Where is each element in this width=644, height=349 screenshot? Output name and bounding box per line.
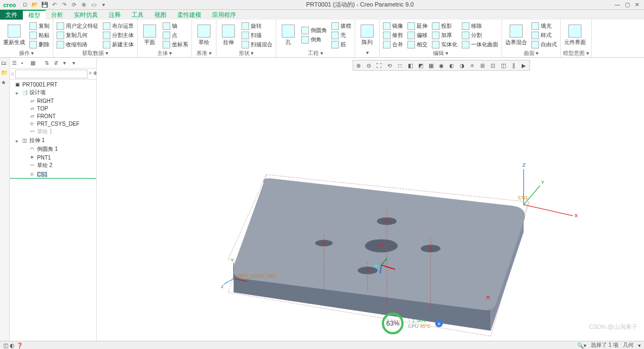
ribbon-big-边界混合[interactable]: 边界混合 xyxy=(504,21,528,50)
ribbon-btn-延伸[interactable]: 延伸 xyxy=(406,22,429,30)
tab-simulation[interactable]: 实时仿真 xyxy=(69,10,103,20)
tree-view-grid-icon[interactable]: ▦ xyxy=(30,59,38,67)
minimize-button[interactable]: — xyxy=(614,1,621,9)
view-tool-10[interactable]: ◑ xyxy=(457,61,467,70)
view-tool-16[interactable]: ▶ xyxy=(519,61,529,70)
ribbon-btn-壳[interactable]: 壳 xyxy=(330,31,352,40)
selection-mode[interactable]: 几何 xyxy=(623,341,634,349)
view-tool-15[interactable]: ‖ xyxy=(509,61,518,70)
ribbon-group-label[interactable]: 曲面 ▾ xyxy=(504,50,558,56)
search-clear-icon[interactable]: × xyxy=(89,70,92,78)
tree-view-small-icon[interactable]: ▪ xyxy=(21,59,29,67)
ribbon-btn-收缩包络[interactable]: 收缩包络 xyxy=(55,40,100,49)
qat-undo-icon[interactable]: ↶ xyxy=(51,1,58,9)
tree-settings-icon[interactable]: ▾ xyxy=(63,59,71,67)
ribbon-btn-加厚[interactable]: 加厚 xyxy=(431,31,459,40)
tree-view-list-icon[interactable]: ☰ xyxy=(12,59,20,67)
ribbon-group-label[interactable]: ▾ xyxy=(357,50,377,56)
tree-root[interactable]: ▣ PRT0001.PRT xyxy=(10,81,96,88)
ribbon-btn-分割[interactable]: 分割 xyxy=(461,31,499,40)
tree-item-TOP[interactable]: ▱TOP xyxy=(10,105,96,112)
ribbon-btn-合并[interactable]: 合并 xyxy=(382,40,404,49)
ribbon-group-label[interactable]: 形状 ▾ xyxy=(219,50,274,56)
view-tool-9[interactable]: ◐ xyxy=(447,61,456,70)
ribbon-btn-样式[interactable]: 样式 xyxy=(530,31,558,40)
ribbon-group-label[interactable]: 编辑 ▾ xyxy=(382,50,499,56)
qat-regen-icon[interactable]: ⟳ xyxy=(70,1,78,9)
ribbon-big-平面[interactable]: 平面 xyxy=(140,21,159,50)
qat-open-icon[interactable]: 📂 xyxy=(31,1,39,9)
ribbon-btn-相交[interactable]: 相交 xyxy=(406,40,429,49)
ribbon-group-label[interactable]: 主体 ▾ xyxy=(140,50,189,56)
view-tool-13[interactable]: ⊡ xyxy=(488,61,498,70)
ribbon-group-label[interactable]: 操作 ▾ xyxy=(2,50,51,56)
ribbon-btn-投影[interactable]: 投影 xyxy=(431,22,459,30)
tree-filter-icon[interactable]: ⇅ xyxy=(45,59,52,67)
ribbon-group-label[interactable]: 获取数据 ▾ xyxy=(55,50,135,56)
ribbon-btn-扫描[interactable]: 扫描 xyxy=(240,31,274,40)
status-icon-2[interactable]: ◐ xyxy=(10,342,15,348)
tree-search-input[interactable] xyxy=(15,70,88,78)
ribbon-btn-筋[interactable]: 筋 xyxy=(330,40,352,49)
view-tool-2[interactable]: ⛶ xyxy=(374,61,384,70)
ribbon-btn-修剪[interactable]: 修剪 xyxy=(382,31,404,40)
ribbon-big-拉伸[interactable]: 拉伸 xyxy=(219,21,238,50)
view-tool-3[interactable]: ⟲ xyxy=(385,61,394,70)
ribbon-btn-倒角[interactable]: 倒角 xyxy=(300,35,328,44)
ribbon-btn-轴[interactable]: 轴 xyxy=(162,22,189,30)
ribbon-btn-扫描混合[interactable]: 扫描混合 xyxy=(240,40,274,49)
ribbon-btn-删除[interactable]: 删除 xyxy=(28,40,51,49)
view-tool-7[interactable]: ▦ xyxy=(426,61,436,70)
view-tool-14[interactable]: ◫ xyxy=(498,61,508,70)
qat-new-icon[interactable]: 🗋 xyxy=(21,1,29,9)
ribbon-btn-用户定义特征[interactable]: 用户定义特征 xyxy=(55,22,100,30)
ribbon-btn-分割主体[interactable]: 分割主体 xyxy=(102,31,135,40)
ribbon-group-label[interactable]: 工程 ▾ xyxy=(278,50,352,56)
tree-item-PRT_CSYS_DEF[interactable]: ⊹PRT_CSYS_DEF xyxy=(10,120,96,127)
view-tool-0[interactable]: ⊕ xyxy=(354,61,363,70)
tab-analysis[interactable]: 分析 xyxy=(46,10,69,20)
view-tool-1[interactable]: ⊖ xyxy=(364,61,374,70)
ribbon-btn-拔模[interactable]: 拔模 xyxy=(330,22,352,30)
tree-item-CS1[interactable]: ⊹CS1 xyxy=(10,170,96,179)
ribbon-btn-填充[interactable]: 填充 xyxy=(530,22,558,30)
side-tab-folder-icon[interactable]: 📁 xyxy=(1,70,9,77)
ribbon-btn-镜像[interactable]: 镜像 xyxy=(382,22,404,30)
tab-view[interactable]: 视图 xyxy=(149,10,172,20)
view-tool-11[interactable]: ≡ xyxy=(467,61,477,70)
selection-mode-dropdown-icon[interactable]: ▾ xyxy=(638,342,641,348)
graphics-canvas[interactable]: ⊕⊖⛶⟲□◧◩▦◉◐◑≡⊞⊡◫‖▶ X Y Z CS1 xyxy=(97,58,644,341)
tab-apps[interactable]: 应用程序 xyxy=(207,10,242,20)
ribbon-btn-自由式[interactable]: 自由式 xyxy=(530,40,558,49)
tab-file[interactable]: 文件 xyxy=(0,10,23,20)
ribbon-btn-倒圆角[interactable]: 倒圆角 xyxy=(300,26,328,35)
tab-flex[interactable]: 柔性建模 xyxy=(172,10,207,20)
maximize-button[interactable]: ▢ xyxy=(623,1,631,9)
qat-redo-icon[interactable]: ↷ xyxy=(60,1,68,9)
selection-filter-icon[interactable]: 🔍▾ xyxy=(577,342,586,348)
side-tab-tree-icon[interactable]: 🗂 xyxy=(1,60,9,68)
view-tool-12[interactable]: ⊞ xyxy=(478,61,487,70)
tree-item-PNT1[interactable]: ✶PNT1 xyxy=(10,154,96,161)
ribbon-big-阵列[interactable]: 阵列 xyxy=(357,21,377,50)
view-tool-5[interactable]: ◧ xyxy=(405,61,415,70)
tree-item-拉伸 1[interactable]: ▸◫拉伸 1 xyxy=(10,136,96,145)
ribbon-group-label[interactable]: 基准 ▾ xyxy=(194,50,214,56)
close-button[interactable]: ✕ xyxy=(633,1,641,9)
ribbon-btn-复制[interactable]: 复制 xyxy=(28,22,51,30)
ribbon-btn-移除[interactable]: 移除 xyxy=(461,22,499,30)
side-tab-star-icon[interactable]: ★ xyxy=(1,79,9,87)
ribbon-big-孔[interactable]: 孔 xyxy=(278,21,298,50)
status-icon-1[interactable]: ◫ xyxy=(3,342,8,348)
tab-model[interactable]: 模型 xyxy=(23,10,46,20)
view-tool-6[interactable]: ◩ xyxy=(416,61,425,70)
ribbon-btn-点[interactable]: 点 xyxy=(162,31,189,40)
tree-settings2-icon[interactable]: ▾ xyxy=(72,59,80,67)
tree-sort-icon[interactable]: ⇵ xyxy=(54,59,61,67)
ribbon-btn-偏移[interactable]: 偏移 xyxy=(406,31,429,40)
expand-icon[interactable]: ▸ xyxy=(14,138,20,144)
tab-tools[interactable]: 工具 xyxy=(126,10,149,20)
view-tool-4[interactable]: □ xyxy=(395,61,405,70)
ribbon-btn-坐标系[interactable]: 坐标系 xyxy=(162,40,189,49)
tree-item-草绘 2[interactable]: 〰草绘 2 xyxy=(10,161,96,170)
